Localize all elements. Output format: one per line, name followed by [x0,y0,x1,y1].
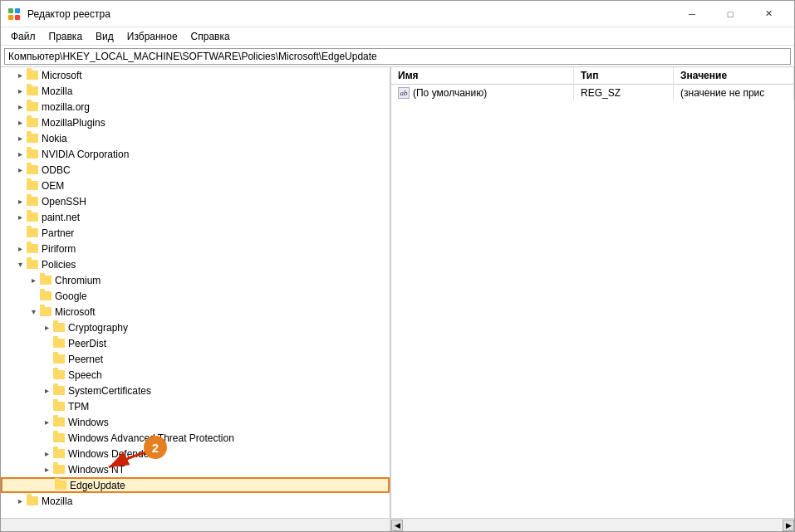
bottom-left-scroll [1,519,391,531]
tree-item-windowsnt[interactable]: ▸Windows NT [1,461,390,477]
folder-icon-microsoft [26,70,39,81]
tree-item-systemcerts[interactable]: ▸SystemCertificates [1,383,390,398]
folder-icon-edgeupdate [54,480,67,491]
tree-item-partner[interactable]: ▸Partner [1,225,390,241]
tree-label-oem: OEM [42,180,64,192]
window-title: Редактор реестра [27,8,673,20]
folder-icon-mozillaplugins [26,117,39,129]
tree-arrow-odbc[interactable]: ▸ [14,164,26,176]
tree-arrow-microsoft[interactable]: ▸ [14,70,26,81]
maximize-button[interactable]: □ [711,1,749,27]
tree-pane[interactable]: ▸Microsoft▸Mozilla▸mozilla.org▸MozillaPl… [1,67,391,518]
folder-icon-nokia [26,133,39,144]
tree-arrow-windefender[interactable]: ▸ [41,448,52,460]
tree-arrow-nvidia[interactable]: ▸ [14,149,26,160]
folder-icon-google [39,290,52,302]
tree-arrow-windowsnt[interactable]: ▸ [41,464,52,476]
menu-view[interactable]: Вид [89,29,120,44]
tree-label-mozilla: Mozilla [42,85,72,97]
tree-arrow-chromium[interactable]: ▸ [27,275,39,286]
tree-arrow-microsoft2[interactable]: ▾ [27,306,39,318]
tree-arrow-mozilla3[interactable]: ▸ [14,495,26,507]
tree-item-peerdist[interactable]: ▸PeerDist [1,335,390,351]
tree-arrow-piriform[interactable]: ▸ [14,243,26,255]
app-icon [7,7,21,21]
tree-item-cryptography[interactable]: ▸Cryptography [1,320,390,335]
tree-item-odbc[interactable]: ▸ODBC [1,162,390,178]
address-bar [1,46,794,67]
tree-item-tpm[interactable]: ▸TPM [1,398,390,414]
tree-label-nvidia: NVIDIA Corporation [42,149,129,160]
folder-icon-paintnet [26,212,39,223]
tree-arrow-mozilla_org[interactable]: ▸ [14,101,26,113]
col-name: Имя [391,67,574,84]
menu-edit[interactable]: Правка [42,29,90,44]
folder-icon-mozilla [26,85,39,97]
tree-item-microsoft[interactable]: ▸Microsoft [1,67,390,83]
folder-icon-speech [52,369,66,381]
tree-label-openssh: OpenSSH [42,196,86,207]
tree-arrow-mozillaplugins[interactable]: ▸ [14,117,26,129]
title-bar: Редактор реестра ─ □ ✕ [1,1,794,27]
svg-rect-1 [15,8,20,13]
tree-arrow-openssh[interactable]: ▸ [14,196,26,207]
tree-label-tpm: TPM [68,401,89,412]
tree-label-cryptography: Cryptography [68,322,128,334]
tree-arrow-windows[interactable]: ▸ [41,417,52,428]
scroll-right-btn[interactable]: ▶ [783,520,794,531]
tree-label-windows: Windows [68,417,109,428]
folder-icon-odbc [26,164,39,176]
tree-item-mozilla_org[interactable]: ▸mozilla.org [1,99,390,115]
tree-arrow-cryptography[interactable]: ▸ [41,322,52,334]
tree-item-peernet[interactable]: ▸Peernet [1,351,390,367]
tree-arrow-systemcerts[interactable]: ▸ [41,385,52,397]
menu-help[interactable]: Справка [184,29,237,44]
main-content: ▸Microsoft▸Mozilla▸mozilla.org▸MozillaPl… [1,67,794,518]
tree-arrow-nokia[interactable]: ▸ [14,133,26,144]
tree-label-peernet: Peernet [68,354,103,365]
tree-arrow-paintnet[interactable]: ▸ [14,212,26,223]
folder-icon-peernet [52,354,66,365]
tree-item-microsoft2[interactable]: ▾Microsoft [1,304,390,320]
tree-label-chromium: Chromium [55,275,101,286]
folder-icon-openssh [26,196,39,207]
tree-arrow-policies[interactable]: ▾ [14,259,26,271]
tree-label-windowsnt: Windows NT [68,464,125,476]
tree-item-policies[interactable]: ▾Policies [1,256,390,272]
tree-label-microsoft2: Microsoft [55,306,96,318]
tree-label-mozillaplugins: MozillaPlugins [42,117,106,129]
tree-item-edgeupdate[interactable]: ▸EdgeUpdate [1,477,390,493]
tree-item-mozilla[interactable]: ▸Mozilla [1,83,390,99]
tree-item-nokia[interactable]: ▸Nokia [1,130,390,146]
scroll-left-btn[interactable]: ◀ [391,520,403,531]
folder-icon-watp [52,432,66,444]
registry-row-0[interactable]: ab(По умолчанию)REG_SZ(значение не прис [391,85,794,100]
bottom-right-scroll: ◀ ▶ [391,519,794,531]
right-pane-body[interactable]: ab(По умолчанию)REG_SZ(значение не прис [391,85,794,518]
tree-item-watp[interactable]: ▸Windows Advanced Threat Protection [1,430,390,446]
tree-arrow-mozilla[interactable]: ▸ [14,85,26,97]
right-pane-header: Имя Тип Значение [391,67,794,85]
tree-item-nvidia[interactable]: ▸NVIDIA Corporation [1,146,390,162]
tree-item-openssh[interactable]: ▸OpenSSH [1,193,390,209]
folder-icon-systemcerts [52,385,66,397]
tree-item-speech[interactable]: ▸Speech [1,367,390,383]
menu-favorites[interactable]: Избранное [120,29,184,44]
tree-item-mozillaplugins[interactable]: ▸MozillaPlugins [1,115,390,130]
tree-item-piriform[interactable]: ▸Piriform [1,241,390,256]
folder-icon-nvidia [26,149,39,160]
tree-item-mozilla3[interactable]: ▸Mozilla [1,493,390,509]
folder-icon-policies [26,259,39,271]
tree-item-windefender[interactable]: ▸Windows Defender [1,446,390,461]
tree-item-google[interactable]: ▸Google [1,288,390,304]
tree-item-chromium[interactable]: ▸Chromium [1,272,390,288]
folder-icon-windefender [52,448,66,460]
tree-item-paintnet[interactable]: ▸paint.net [1,209,390,225]
minimize-button[interactable]: ─ [673,1,711,27]
tree-item-windows[interactable]: ▸Windows [1,414,390,430]
menu-file[interactable]: Файл [4,29,42,44]
address-input[interactable] [4,48,791,65]
right-pane: Имя Тип Значение ab(По умолчанию)REG_SZ(… [391,67,794,518]
tree-item-oem[interactable]: ▸OEM [1,178,390,193]
close-button[interactable]: ✕ [749,1,788,27]
